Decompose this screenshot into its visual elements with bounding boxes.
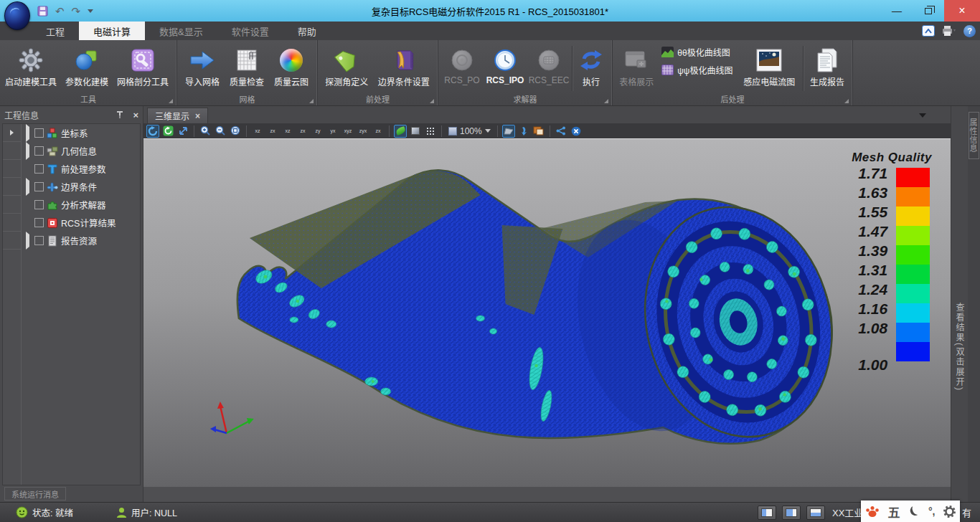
tab-3d-display[interactable]: 三维显示 × <box>147 108 208 123</box>
rcs-eec-button[interactable]: RCS_EEC <box>527 43 570 85</box>
checkbox[interactable] <box>34 182 44 191</box>
view-orientation-button[interactable]: zx <box>372 125 385 138</box>
app-logo[interactable] <box>4 1 30 30</box>
checkbox[interactable] <box>34 200 44 209</box>
flat-mode-button[interactable] <box>409 125 422 138</box>
expander-icon[interactable] <box>26 124 29 142</box>
tree-item-boundary-condition[interactable]: 边界条件 <box>22 178 140 196</box>
zoom-fit-button[interactable] <box>229 125 242 138</box>
3d-viewport[interactable]: Mesh Quality 1.71 1.63 1.55 1.47 1.39 1.… <box>143 139 951 487</box>
import-mesh-button[interactable]: 导入网格 <box>180 43 225 87</box>
group-launcher-preprocess[interactable] <box>430 99 434 103</box>
tree-item-preprocess-params[interactable]: 前处理参数 <box>22 160 140 178</box>
undo-icon[interactable]: ↶ <box>55 6 65 16</box>
ime-settings-gear-icon[interactable] <box>943 506 956 518</box>
mesh-partition-tool-button[interactable]: 网格剖分工具 <box>115 43 171 87</box>
rotate-button[interactable] <box>146 125 159 138</box>
layout-bottom-button[interactable] <box>806 506 825 520</box>
close-button[interactable]: × <box>944 0 980 22</box>
share-button[interactable] <box>555 125 567 138</box>
points-mode-button[interactable] <box>424 125 437 138</box>
view-orientation-button[interactable]: yx <box>326 125 339 138</box>
launch-modeling-tool-button[interactable]: 启动建模工具 <box>3 43 59 87</box>
save-icon[interactable] <box>37 6 48 16</box>
view-orientation-button[interactable]: zx <box>266 125 279 138</box>
row-selector-icon[interactable] <box>10 130 14 136</box>
checkbox[interactable] <box>34 218 44 227</box>
qat-dropdown-icon[interactable] <box>88 9 93 13</box>
grid-check-icon <box>235 45 258 75</box>
ime-punctuation-label[interactable]: °, <box>928 506 936 517</box>
restore-button[interactable] <box>913 0 944 22</box>
group-launcher-mesh[interactable] <box>309 99 314 103</box>
rcs-po-button[interactable]: RCS_PO <box>441 43 483 85</box>
panel-close-icon[interactable]: × <box>133 110 138 120</box>
orbit-button[interactable] <box>161 125 174 138</box>
zoom-in-button[interactable] <box>199 125 212 138</box>
checkbox[interactable] <box>34 146 44 156</box>
view-orientation-button[interactable]: xz <box>281 125 294 138</box>
ime-toolbar[interactable]: 五 °, <box>861 500 960 522</box>
ribbon-collapse-button[interactable] <box>922 25 935 37</box>
pin-icon[interactable] <box>116 110 124 119</box>
minimize-button[interactable]: — <box>881 0 913 22</box>
group-launcher-solver[interactable] <box>604 99 608 103</box>
table-display-button[interactable]: 表格展示 <box>616 43 657 87</box>
drop-down-arrow-button[interactable] <box>517 125 530 138</box>
shaded-mode-button[interactable] <box>394 125 407 138</box>
tree-item-solver[interactable]: 分析求解器 <box>22 196 140 214</box>
help-icon[interactable]: ? <box>963 25 976 37</box>
induced-current-map-button[interactable]: 感应电磁流图 <box>737 43 801 87</box>
snapshot-button[interactable] <box>532 125 545 138</box>
redo-icon[interactable]: ↷ <box>72 6 81 16</box>
tab-data-display[interactable]: 数据&显示 <box>145 22 217 40</box>
generate-report-button[interactable]: 生成报告 <box>805 43 849 87</box>
psi-polar-curve-button[interactable]: ψψ极化曲线图 <box>661 64 732 76</box>
results-strip[interactable]: 查看结果(双击展开) <box>951 106 968 502</box>
group-launcher-postprocess[interactable] <box>844 99 849 103</box>
tree-item-rcs-result[interactable]: RCS计算结果 <box>22 214 140 232</box>
checkbox[interactable] <box>34 236 44 245</box>
property-info-tab[interactable]: 属性信息 <box>969 112 979 159</box>
theta-polar-curve-button[interactable]: θθ极化曲线图 <box>661 46 732 58</box>
zoom-level-select[interactable]: 100% <box>446 126 493 136</box>
expander-icon[interactable] <box>26 232 29 250</box>
pan-zoom-button[interactable] <box>176 125 189 138</box>
tab-close-icon[interactable]: × <box>195 111 200 121</box>
view-orientation-button[interactable]: zy <box>311 125 324 138</box>
boundary-condition-settings-button[interactable]: 边界条件设置 <box>373 43 435 87</box>
tree-item-report-resource[interactable]: 报告资源 <box>22 232 140 250</box>
expander-icon[interactable] <box>26 142 29 160</box>
tab-em-compute[interactable]: 电磁计算 <box>79 22 145 40</box>
group-launcher-tools[interactable] <box>169 99 173 103</box>
print-icon[interactable] <box>942 25 956 37</box>
execute-button[interactable]: 执行 <box>574 43 608 87</box>
tab-project[interactable]: 工程 <box>32 22 79 40</box>
layout-left-wide-button[interactable] <box>782 506 801 520</box>
tab-list-dropdown-icon[interactable] <box>919 113 926 118</box>
rcs-ipo-button[interactable]: RCS_IPO <box>483 43 527 85</box>
select-surface-button[interactable] <box>502 125 515 138</box>
parametric-modeling-button[interactable]: 参数化建模 <box>59 43 115 87</box>
checkbox[interactable] <box>34 128 44 138</box>
expander-icon[interactable] <box>26 178 29 196</box>
quality-cloud-button[interactable]: 质量云图 <box>269 43 314 87</box>
view-orientation-button[interactable]: xyz <box>341 125 354 138</box>
tab-help[interactable]: 帮助 <box>283 22 331 40</box>
layout-left-button[interactable] <box>758 506 776 520</box>
moon-icon[interactable] <box>908 506 920 517</box>
close-view-button[interactable] <box>570 125 583 138</box>
zoom-out-button[interactable] <box>214 125 227 138</box>
tree-item-geometry-info[interactable]: 几何信息 <box>22 142 140 160</box>
view-orientation-button[interactable]: xz <box>251 125 264 138</box>
probe-angle-define-button[interactable]: 探测角定义 <box>321 43 373 87</box>
ime-mode-label[interactable]: 五 <box>888 503 900 521</box>
view-orientation-button[interactable]: zyx <box>357 125 369 138</box>
system-messages-tab[interactable]: 系统运行消息 <box>4 487 66 500</box>
tree-item-coordinate-system[interactable]: 坐标系 <box>22 124 140 142</box>
tab-software-settings[interactable]: 软件设置 <box>217 22 283 40</box>
view-orientation-button[interactable]: zx <box>296 125 309 138</box>
quality-check-button[interactable]: 质量检查 <box>225 43 269 87</box>
checkbox[interactable] <box>34 164 44 174</box>
ime-logo-paw-icon[interactable] <box>865 505 880 518</box>
